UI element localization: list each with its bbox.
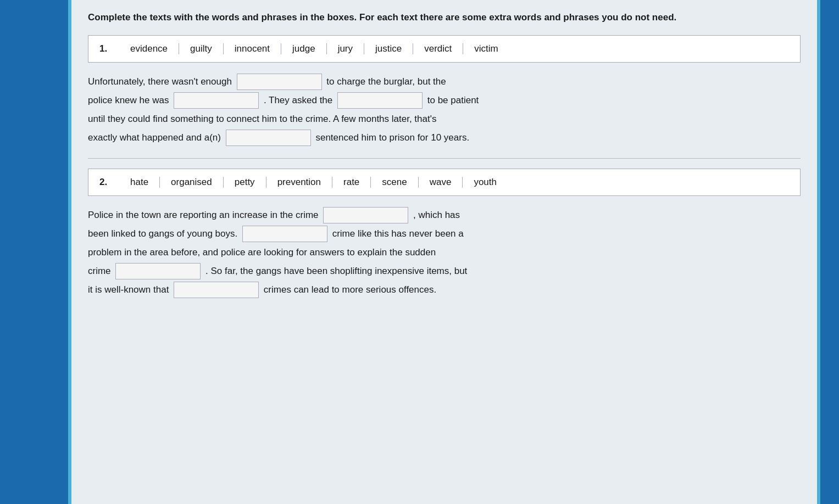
section2-text-part1: Police in the town are reporting an incr… xyxy=(88,210,319,220)
section1-input3[interactable] xyxy=(337,92,423,109)
section2-text-part2: , which has xyxy=(413,210,460,220)
word-youth: youth xyxy=(463,177,508,188)
page-wrapper: Complete the texts with the words and ph… xyxy=(0,0,839,504)
section1-text-part1: Unfortunately, there wasn't enough xyxy=(88,76,232,87)
instructions: Complete the texts with the words and ph… xyxy=(88,11,801,24)
word-innocent: innocent xyxy=(224,43,281,54)
section1-number: 1. xyxy=(99,43,110,54)
word-hate: hate xyxy=(119,177,160,188)
section1-input1[interactable] xyxy=(237,74,322,90)
section2-text-part3: been linked to gangs of young boys. xyxy=(88,228,237,239)
word-wave: wave xyxy=(419,177,463,188)
section2-text-block: Police in the town are reporting an incr… xyxy=(88,206,801,299)
word-evidence: evidence xyxy=(119,43,179,54)
main-content: Complete the texts with the words and ph… xyxy=(71,0,817,504)
word-petty: petty xyxy=(224,177,266,188)
section1-text-block: Unfortunately, there wasn't enough to ch… xyxy=(88,72,801,147)
section1-text-part6: until they could find something to conne… xyxy=(88,114,436,124)
word-justice: justice xyxy=(364,43,413,54)
section2-input2[interactable] xyxy=(242,226,327,242)
section1-word-box: 1. evidence guilty innocent judge jury j… xyxy=(88,35,801,63)
word-victim: victim xyxy=(463,43,509,54)
section2-text-part8: it is well-known that xyxy=(88,284,169,295)
section2-input3[interactable] xyxy=(115,263,201,279)
section1-input2[interactable] xyxy=(174,92,259,109)
section2-text-part4: crime like this has never been a xyxy=(332,228,464,239)
word-organised: organised xyxy=(160,177,224,188)
section2-word-list: hate organised petty prevention rate sce… xyxy=(119,177,508,188)
section1-input4[interactable] xyxy=(226,130,311,146)
word-prevention: prevention xyxy=(266,177,332,188)
section1-text-part4: . They asked the xyxy=(264,95,332,105)
left-bar xyxy=(0,0,71,504)
section2-text-part7: . So far, the gangs have been shopliftin… xyxy=(205,266,467,276)
word-verdict: verdict xyxy=(413,43,463,54)
section1-text-part2: to charge the burglar, but the xyxy=(326,76,446,87)
section-divider xyxy=(88,158,801,159)
right-bar xyxy=(817,0,839,504)
section2-text-part5: problem in the area before, and police a… xyxy=(88,247,436,257)
word-judge: judge xyxy=(281,43,327,54)
word-jury: jury xyxy=(327,43,364,54)
section1-word-list: evidence guilty innocent judge jury just… xyxy=(119,43,509,54)
section1-text-part8: sentenced him to prison for 10 years. xyxy=(315,132,469,143)
word-guilty: guilty xyxy=(179,43,224,54)
word-rate: rate xyxy=(332,177,371,188)
section2-number: 2. xyxy=(99,177,110,188)
section1-text-part7: exactly what happened and a(n) xyxy=(88,132,221,143)
section2-text-part6: crime xyxy=(88,266,111,276)
section2-text-part9: crimes can lead to more serious offences… xyxy=(264,284,436,295)
section2-input1[interactable] xyxy=(323,207,408,223)
section2-word-box: 2. hate organised petty prevention rate … xyxy=(88,169,801,196)
section1-text-part3: police knew he was xyxy=(88,95,169,105)
word-scene: scene xyxy=(371,177,418,188)
section2-input4[interactable] xyxy=(174,282,259,298)
section1-text-part5: to be patient xyxy=(427,95,479,105)
